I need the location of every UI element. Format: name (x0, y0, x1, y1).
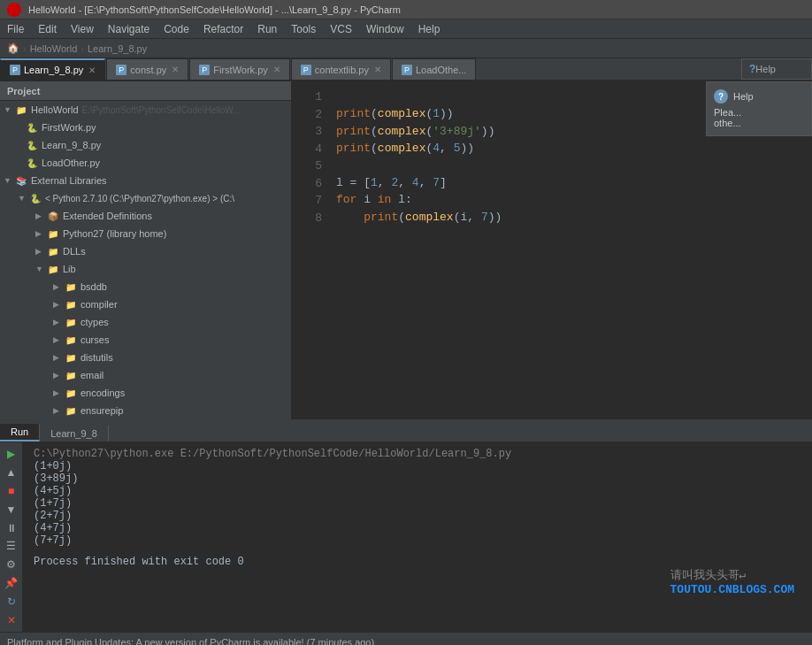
tree-label-python-ver: < Python 2.7.10 (C:\Python27\python.exe)… (45, 194, 234, 203)
dlls-folder-icon: 📁 (46, 245, 60, 257)
ext-defs-icon: 📦 (46, 210, 60, 222)
terminal-output: C:\Python27\python.exe E:/PythonSoft/Pyt… (23, 442, 812, 632)
tab-Learn_9_8py[interactable]: PLearn_9_8.py✕ (0, 58, 105, 80)
help-popup: ? Help Plea... othe... (706, 81, 812, 136)
output-line-6: (4+7j) (34, 522, 801, 534)
tree-python27[interactable]: 📁 Python27 (library home) (0, 225, 291, 242)
run-button[interactable]: ▶ (3, 446, 20, 463)
distutils-icon: 📁 (64, 351, 78, 364)
help-extra: othe... (714, 118, 804, 128)
tree-label-learn98: Learn_9_8.py (42, 140, 101, 150)
tree-root-project[interactable]: 📁 HelloWorld E:\PythonSoft\PythonSelfCod… (0, 101, 291, 119)
tree-expand-bsddb (53, 282, 64, 291)
tab-icon-4: P (402, 65, 412, 75)
tree-file-loadother[interactable]: 🐍 LoadOther.py (0, 154, 291, 172)
tree-lib-bsddb[interactable]: 📁 bsddb (0, 278, 291, 296)
tree-label-distutils: distutils (80, 352, 113, 363)
tab-close-1[interactable]: ✕ (172, 65, 179, 74)
tab-bar: PLearn_9_8.py✕Pconst.py✕PFirstWork.py✕Pc… (0, 58, 812, 81)
tree-extended-defs[interactable]: 📦 Extended Definitions (0, 207, 291, 225)
menu-item-window[interactable]: Window (359, 19, 411, 39)
code-editor[interactable]: 12345678 | print(complex(1)) print(compl… (292, 81, 812, 419)
tab-FirstWorkpy[interactable]: PFirstWork.py✕ (189, 58, 290, 80)
python27-folder-icon: 📁 (46, 227, 60, 240)
tab-icon-3: P (301, 65, 311, 75)
menu-item-file[interactable]: File (0, 19, 31, 39)
tree-lib-curses[interactable]: 📁 curses (0, 331, 291, 349)
bottom-tab-run[interactable]: Run (0, 424, 40, 442)
menu-item-code[interactable]: Code (157, 19, 196, 39)
tree-expand-ext (4, 176, 14, 185)
down-button[interactable]: ▼ (3, 501, 20, 518)
help-title: Help (733, 91, 754, 102)
encodings-icon: 📁 (64, 387, 78, 399)
menu-item-run[interactable]: Run (250, 19, 284, 39)
email-icon: 📁 (64, 369, 78, 381)
help-tab-area: ? Help (741, 58, 812, 80)
tab-constpy[interactable]: Pconst.py✕ (106, 58, 188, 80)
tree-file-firstwork[interactable]: 🐍 FirstWork.py (0, 119, 291, 136)
run-toolbar: ▶ ▲ ■ ▼ ⏸ ☰ ⚙ 📌 ↻ ✕ (0, 442, 23, 632)
tree-file-learn98[interactable]: 🐍 Learn_9_8.py (0, 136, 291, 154)
tab-label-2: FirstWork.py (213, 65, 268, 75)
refresh-button[interactable]: ↻ (3, 593, 20, 610)
tab-label-0: Learn_9_8.py (24, 65, 83, 75)
tree-expand-ensurepip (53, 406, 64, 415)
terminal-cmd-line: C:\Python27\python.exe E:/PythonSoft/Pyt… (34, 448, 801, 460)
stop-button[interactable]: ■ (3, 483, 20, 500)
pause-button[interactable]: ⏸ (3, 519, 20, 536)
breadcrumb-bar: 🏠 › HelloWorld › Learn_9_8.py (0, 39, 812, 58)
settings-button[interactable]: ⚙ (3, 557, 20, 573)
python-icon: 🐍 (28, 192, 42, 204)
menu-item-refactor[interactable]: Refactor (196, 19, 250, 39)
menu-item-edit[interactable]: Edit (31, 19, 64, 39)
up-button[interactable]: ▲ (3, 465, 20, 481)
code-line-7: for i in l: (336, 191, 801, 209)
watermark: 请叫我头头哥↵ TOUTOU.CNBLOGS.COM (670, 567, 794, 596)
tree-lib-email[interactable]: 📁 email (0, 366, 291, 384)
tab-LoadOthe[interactable]: PLoadOthe... (392, 58, 477, 80)
tree-external-libraries[interactable]: 📚 External Libraries (0, 172, 291, 189)
pin-button[interactable]: 📌 (3, 575, 20, 592)
python-file-icon-2: 🐍 (25, 139, 39, 151)
menu-item-tools[interactable]: Tools (284, 19, 323, 39)
breadcrumb-project[interactable]: HelloWorld (30, 43, 78, 54)
watermark-line1: 请叫我头头哥↵ (670, 567, 794, 583)
code-line-6: l = [1, 2, 4, 7] (336, 174, 801, 192)
tree-lib-ensurepip[interactable]: 📁 ensurepip (0, 402, 291, 419)
menu-item-help[interactable]: Help (411, 19, 448, 39)
menu-item-navigate[interactable]: Navigate (101, 19, 157, 39)
tree-lib-encodings[interactable]: 📁 encodings (0, 384, 291, 402)
tab-close-3[interactable]: ✕ (374, 65, 381, 74)
tree-lib-distutils[interactable]: 📁 distutils (0, 349, 291, 366)
breadcrumb-file[interactable]: Learn_9_8.py (88, 43, 147, 54)
help-icon-tab: ? (749, 63, 755, 75)
menu-item-vcs[interactable]: VCS (323, 19, 359, 39)
close-bottom-button[interactable]: ✕ (3, 611, 20, 628)
bottom-tab-learn98[interactable]: Learn_9_8 (40, 426, 109, 442)
tab-close-0[interactable]: ✕ (88, 65, 96, 75)
tree-expand-python27 (35, 229, 46, 238)
tree-dlls[interactable]: 📁 DLLs (0, 242, 291, 260)
tab-contextlibpy[interactable]: Pcontextlib.py✕ (291, 58, 391, 80)
tree-label-ensurepip: ensurepip (80, 405, 123, 416)
list-button[interactable]: ☰ (3, 538, 20, 555)
tree-lib-compiler[interactable]: 📁 compiler (0, 296, 291, 313)
tree-lib-ctypes[interactable]: 📁 ctypes (0, 313, 291, 331)
tab-icon-0: P (10, 65, 20, 75)
app-logo (7, 3, 21, 17)
bsddb-icon: 📁 (64, 280, 78, 293)
tree-expand-ctypes (53, 318, 64, 326)
title-bar: HelloWorld - [E:\PythonSoft\PythonSelfCo… (0, 0, 812, 19)
cmd-text: C:\Python27\python.exe E:/PythonSoft/Pyt… (34, 448, 511, 460)
tree-lib[interactable]: 📁 Lib (0, 260, 291, 278)
menu-item-view[interactable]: View (64, 19, 101, 39)
menu-bar: FileEditViewNavigateCodeRefactorRunTools… (0, 19, 812, 39)
output-line-2: (3+89j) (34, 472, 801, 485)
tree-expand-extdefs (35, 211, 46, 220)
tree-python-version[interactable]: 🐍 < Python 2.7.10 (C:\Python27\python.ex… (0, 189, 291, 207)
tab-icon-2: P (199, 65, 210, 75)
output-line-3: (4+5j) (34, 485, 801, 497)
tab-close-2[interactable]: ✕ (273, 65, 280, 74)
ctypes-icon: 📁 (64, 316, 78, 328)
